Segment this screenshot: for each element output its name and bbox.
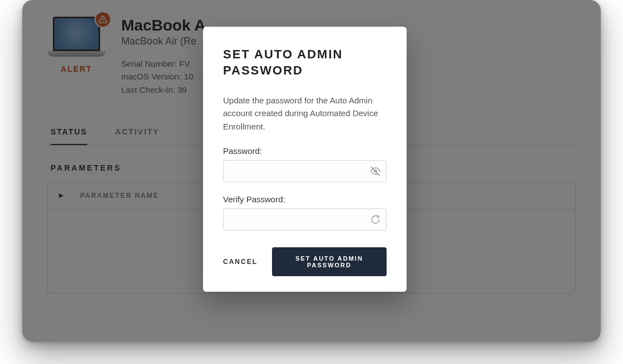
cancel-button[interactable]: CANCEL — [223, 258, 258, 266]
verify-password-input[interactable] — [223, 208, 387, 231]
set-auto-admin-password-button[interactable]: SET AUTO ADMIN PASSWORD — [272, 247, 387, 276]
set-auto-admin-password-modal: SET AUTO ADMIN PASSWORD Update the passw… — [203, 27, 407, 292]
modal-description: Update the password for the Auto Admin a… — [223, 94, 387, 133]
password-label: Password: — [223, 146, 387, 156]
password-input[interactable] — [223, 160, 387, 182]
verify-loading-spinner-icon — [370, 214, 381, 225]
toggle-password-visibility-icon[interactable] — [370, 166, 381, 177]
verify-password-label: Verify Password: — [223, 195, 387, 204]
modal-title: SET AUTO ADMIN PASSWORD — [223, 47, 387, 78]
